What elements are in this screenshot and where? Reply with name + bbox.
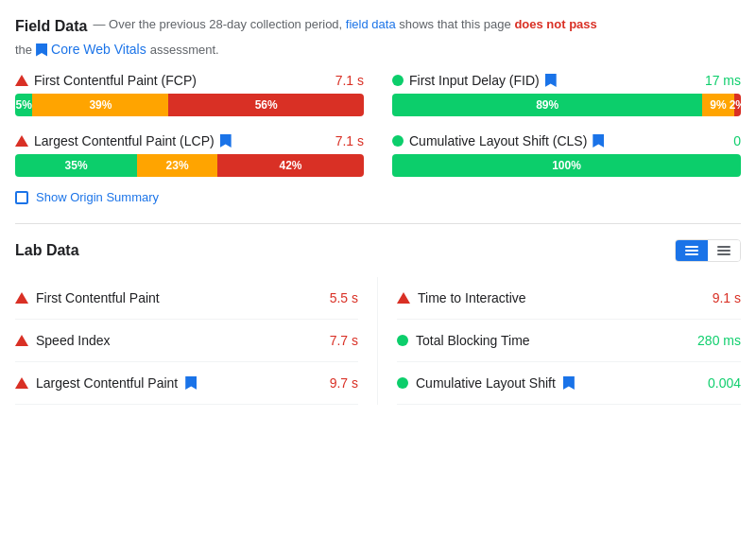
lab-metric-name: First Contentful Paint [36,290,160,305]
fail-text: does not pass [514,17,596,31]
section-divider [15,223,741,224]
lab-metric-fcp-lab: First Contentful Paint5.5 s [15,277,358,320]
lab-metric-left: Speed Index [15,333,111,348]
triangle-warning-icon [15,135,28,147]
metric-value: 0 [733,133,741,148]
field-data-link[interactable]: field data [346,17,396,31]
lab-metric-value: 9.7 s [330,375,358,391]
metric-bar-fid: 89%9%2% [392,94,741,116]
metric-label-fcp: First Contentful Paint (FCP) [15,73,197,88]
metric-bar-fcp: 5%39%56% [15,94,364,116]
metric-header-fid: First Input Delay (FID)17 ms [392,73,741,88]
lab-metric-tbt-lab: Total Blocking Time280 ms [397,320,741,362]
bookmark-icon [545,74,557,87]
circle-pass-icon [392,135,404,147]
lab-metric-value: 7.7 s [330,333,358,348]
lab-metrics-grid: First Contentful Paint5.5 sSpeed Index7.… [15,277,741,405]
lab-metric-name: Speed Index [36,333,111,348]
cwv-icon [36,44,47,57]
field-metrics-grid: First Contentful Paint (FCP)7.1 s5%39%56… [15,73,741,177]
bar-segment-green: 100% [392,154,741,177]
bar-segment-orange: 39% [32,94,168,116]
lab-metric-cls-lab: Cumulative Layout Shift0.004 [397,362,741,405]
triangle-warning-icon [15,335,28,346]
triangle-warning-icon [15,75,28,86]
field-data-section: Field Data — Over the previous 28-day co… [15,15,741,204]
metric-header-fcp: First Contentful Paint (FCP)7.1 s [15,73,364,88]
lab-metric-lcp-lab: Largest Contentful Paint9.7 s [15,362,358,405]
lab-metric-si-lab: Speed Index7.7 s [15,320,358,362]
field-metric-cls: Cumulative Layout Shift (CLS)0100% [392,133,741,177]
lab-metric-left: Total Blocking Time [397,333,530,348]
field-metric-fcp: First Contentful Paint (FCP)7.1 s5%39%56… [15,73,364,116]
bar-segment-red: 42% [217,154,364,177]
circle-pass-icon [397,377,408,389]
lab-data-header: Lab Data [15,239,741,262]
metric-label-fid: First Input Delay (FID) [392,73,557,88]
bookmark-icon [220,134,232,148]
metric-value: 17 ms [705,73,741,88]
metric-name-text: Largest Contentful Paint (LCP) [34,133,215,148]
lab-metric-left: Cumulative Layout Shift [397,375,575,391]
circle-pass-icon [392,75,404,86]
circle-pass-icon [397,335,408,346]
subtitle-before-link: — Over the previous 28-day collection pe… [93,17,342,31]
lab-metric-name: Cumulative Layout Shift [416,375,556,391]
lab-metric-name: Largest Contentful Paint [36,375,178,391]
bar-segment-orange: 23% [137,154,217,177]
view-toggle-group [675,239,741,262]
triangle-warning-icon [15,377,28,389]
metric-value: 7.1 s [335,73,364,88]
lab-metric-name: Time to Interactive [418,290,526,305]
triangle-warning-icon [397,292,410,304]
metric-bar-cls: 100% [392,154,741,177]
lab-metric-left: Largest Contentful Paint [15,375,197,391]
lab-metric-value: 280 ms [697,333,741,348]
triangle-warning-icon [15,292,28,304]
field-data-title: Field Data [15,15,87,38]
metric-header-lcp: Largest Contentful Paint (LCP)7.1 s [15,133,364,148]
metric-label-lcp: Largest Contentful Paint (LCP) [15,133,232,148]
bookmark-icon [563,376,575,390]
field-metric-lcp: Largest Contentful Paint (LCP)7.1 s35%23… [15,133,364,177]
metric-header-cls: Cumulative Layout Shift (CLS)0 [392,133,741,148]
toggle-list-button[interactable] [676,240,708,261]
subtitle-middle: shows that this page [399,17,511,31]
field-metric-fid: First Input Delay (FID)17 ms89%9%2% [392,73,741,116]
list-icon [685,246,698,255]
lab-metric-name: Total Blocking Time [416,333,530,348]
bookmark-icon [185,376,197,390]
lab-data-section: Lab Data First Contentful Paint5.5 sSpee… [15,239,741,405]
lab-metric-value: 5.5 s [330,290,358,305]
lab-metrics-left-col: First Contentful Paint5.5 sSpeed Index7.… [15,277,378,405]
metric-name-text: Cumulative Layout Shift (CLS) [409,133,587,148]
lab-metric-value: 9.1 s [713,290,741,305]
metric-label-cls: Cumulative Layout Shift (CLS) [392,133,604,148]
field-data-header: Field Data — Over the previous 28-day co… [15,15,741,60]
show-origin-row: Show Origin Summary [15,190,741,204]
bar-segment-green: 5% [15,94,32,116]
metric-name-text: First Contentful Paint (FCP) [34,73,197,88]
field-data-subtitle: — Over the previous 28-day collection pe… [93,15,596,34]
bar-segment-red: 56% [168,94,364,116]
subtitle-end: assessment. [150,41,219,60]
lab-metric-value: 0.004 [708,375,741,391]
bookmark-icon [593,134,604,148]
bar-segment-red: 2% [734,94,741,116]
cwv-link[interactable]: Core Web Vitals [51,40,146,60]
metric-value: 7.1 s [335,133,364,148]
toggle-expand-button[interactable] [708,240,740,261]
metric-bar-lcp: 35%23%42% [15,154,364,177]
show-origin-label[interactable]: Show Origin Summary [36,190,159,204]
expand-icon [717,246,730,255]
bar-segment-green: 35% [15,154,137,177]
bar-segment-green: 89% [392,94,702,116]
metric-name-text: First Input Delay (FID) [409,73,540,88]
lab-metrics-right-col: Time to Interactive9.1 sTotal Blocking T… [378,277,741,405]
lab-data-title: Lab Data [15,242,79,259]
lab-metric-left: Time to Interactive [397,290,526,305]
lab-metric-tti-lab: Time to Interactive9.1 s [397,277,741,320]
subtitle-after: the [15,41,32,60]
show-origin-checkbox[interactable] [15,191,28,204]
lab-metric-left: First Contentful Paint [15,290,160,305]
